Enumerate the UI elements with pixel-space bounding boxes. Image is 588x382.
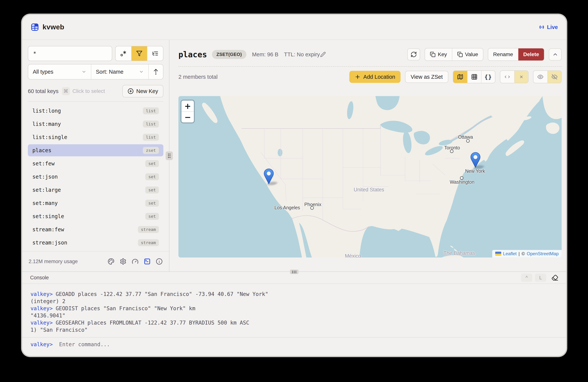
map-marker-san-francisco[interactable] xyxy=(264,168,274,185)
key-name: stream:json xyxy=(32,240,67,246)
sort-direction-button[interactable] xyxy=(148,65,163,79)
chevron-down-icon xyxy=(82,69,86,74)
key-list: list:long list list:many list list:singl… xyxy=(28,105,163,251)
copy-key-button[interactable]: Key xyxy=(425,48,452,61)
delete-button[interactable]: Delete xyxy=(518,48,544,61)
zoom-in-button[interactable]: + xyxy=(181,101,194,112)
map-canvas[interactable] xyxy=(178,96,562,257)
kvweb-logo-icon xyxy=(30,23,39,31)
sidebar-resize-handle[interactable] xyxy=(169,40,169,271)
table-view-toggle[interactable] xyxy=(467,71,481,83)
geo-map[interactable]: Ottawa Toronto New York Washington Phoen… xyxy=(178,96,562,257)
delete-label: Delete xyxy=(523,51,539,57)
clear-console-button[interactable] xyxy=(551,274,558,281)
key-row-stream-json[interactable]: stream:json stream xyxy=(28,237,163,249)
table-icon xyxy=(471,74,478,80)
copy-group: Key Value xyxy=(425,48,483,61)
console-line: valkey>GEOADD places -122.42 37.77 "San … xyxy=(30,291,558,298)
console-line-text: 1) "San Francisco" xyxy=(30,327,87,333)
key-type-pill: ZSET(GEO) xyxy=(212,50,246,59)
resize-grip-icon[interactable] xyxy=(166,152,173,160)
copy-value-button[interactable]: Value xyxy=(452,48,483,61)
click-to-select-hint: Click to select xyxy=(72,88,105,94)
info-icon[interactable] xyxy=(156,258,163,265)
sort-value: Sort: Name xyxy=(96,69,124,75)
key-row-places-selected[interactable]: places zset xyxy=(28,144,163,156)
view-as-zset-button[interactable]: View as ZSet xyxy=(405,71,448,83)
console-line: valkey>GEODIST places "San Francisco" "N… xyxy=(30,305,558,312)
zoom-out-button[interactable]: − xyxy=(181,112,194,122)
live-label: Live xyxy=(547,24,558,30)
key-name: stream:few xyxy=(32,226,64,233)
edit-ttl-button[interactable] xyxy=(320,52,326,57)
key-type-badge: stream xyxy=(138,226,159,233)
tree-view-button[interactable] xyxy=(147,46,163,61)
key-row-set-json[interactable]: set:json set xyxy=(28,171,163,183)
filter-funnel-icon xyxy=(136,50,143,57)
filter-mode-button[interactable] xyxy=(131,46,147,61)
key-type-badge: zset xyxy=(143,147,159,154)
console-line-text: "4136.9041" xyxy=(30,313,65,319)
header-divider xyxy=(178,66,562,67)
pencil-icon xyxy=(320,52,326,57)
key-row-set-many[interactable]: set:many set xyxy=(28,197,163,209)
expand-all-toggle[interactable] xyxy=(500,71,514,83)
console-line-text: (integer) 2 xyxy=(30,298,65,304)
list-tree-icon xyxy=(152,50,158,57)
osm-link[interactable]: OpenStreetMap xyxy=(527,251,559,256)
copy-icon xyxy=(457,52,463,57)
key-row-stream-few[interactable]: stream:few stream xyxy=(28,224,163,235)
console-line: "4136.9041" xyxy=(30,312,558,319)
gauge-metrics-icon[interactable] xyxy=(132,258,139,265)
regex-mode-button[interactable] xyxy=(116,46,131,61)
plus-circle-icon xyxy=(128,88,134,94)
arrow-up-from-dot-icon xyxy=(153,69,159,75)
key-search-input[interactable] xyxy=(28,46,112,61)
map-marker-new-york[interactable] xyxy=(470,152,481,168)
plus-icon xyxy=(355,74,361,80)
console-line: 1) "San Francisco" xyxy=(30,326,558,334)
leaflet-link[interactable]: Leaflet xyxy=(503,251,517,256)
key-row-list-single[interactable]: list:single list xyxy=(28,131,163,143)
key-row-list-many[interactable]: list:many list xyxy=(28,118,163,130)
palette-theme-icon[interactable] xyxy=(108,258,114,265)
sort-select[interactable]: Sort: Name xyxy=(91,65,148,79)
key-type-badge: list xyxy=(143,121,159,128)
key-type-badge: set xyxy=(145,173,159,180)
key-name: list:single xyxy=(32,134,67,140)
map-view-toggle[interactable] xyxy=(453,71,467,83)
live-status[interactable]: Live xyxy=(539,24,558,30)
key-name: list:many xyxy=(32,121,61,127)
settings-gear-icon[interactable] xyxy=(120,258,126,265)
add-location-label: Add Location xyxy=(363,74,395,80)
console-resize-handle[interactable] xyxy=(290,270,298,274)
key-type-badge: set xyxy=(145,200,159,207)
new-key-button[interactable]: New Key xyxy=(122,85,163,97)
key-row-set-few[interactable]: set:few set xyxy=(28,157,163,170)
copy-key-label: Key xyxy=(438,51,447,57)
refresh-key-button[interactable] xyxy=(407,48,420,61)
collapse-all-toggle[interactable] xyxy=(514,71,528,83)
console-line-text: GEOSEARCH places FROMLONLAT -122.42 37.7… xyxy=(56,320,249,326)
collapse-panel-button[interactable] xyxy=(549,48,562,61)
json-view-toggle[interactable]: {} xyxy=(481,71,495,83)
terminal-console-icon[interactable] xyxy=(144,258,150,265)
expand-collapse-group xyxy=(500,70,528,83)
show-values-toggle[interactable] xyxy=(533,71,547,83)
rename-button[interactable]: Rename xyxy=(488,48,518,61)
key-row-list-long[interactable]: list:long list xyxy=(28,105,163,117)
hide-values-toggle[interactable] xyxy=(547,71,561,83)
app-title: kvweb xyxy=(42,23,64,31)
key-row-set-large[interactable]: set:large set xyxy=(28,184,163,196)
eraser-icon xyxy=(551,274,558,281)
key-row-set-single[interactable]: set:single set xyxy=(28,210,163,222)
members-total-label: 2 members total xyxy=(178,74,218,80)
key-name: set:single xyxy=(32,213,64,220)
total-keys-label: 60 total keys xyxy=(28,88,59,94)
console-log[interactable]: valkey>GEOADD places -122.42 37.77 "San … xyxy=(22,284,566,337)
memory-usage-label: 2.12M memory usage xyxy=(29,259,78,265)
add-location-button[interactable]: Add Location xyxy=(349,71,400,83)
type-filter-value: All types xyxy=(33,69,53,75)
type-filter-select[interactable]: All types xyxy=(28,65,91,79)
console-command-input[interactable] xyxy=(59,341,558,348)
